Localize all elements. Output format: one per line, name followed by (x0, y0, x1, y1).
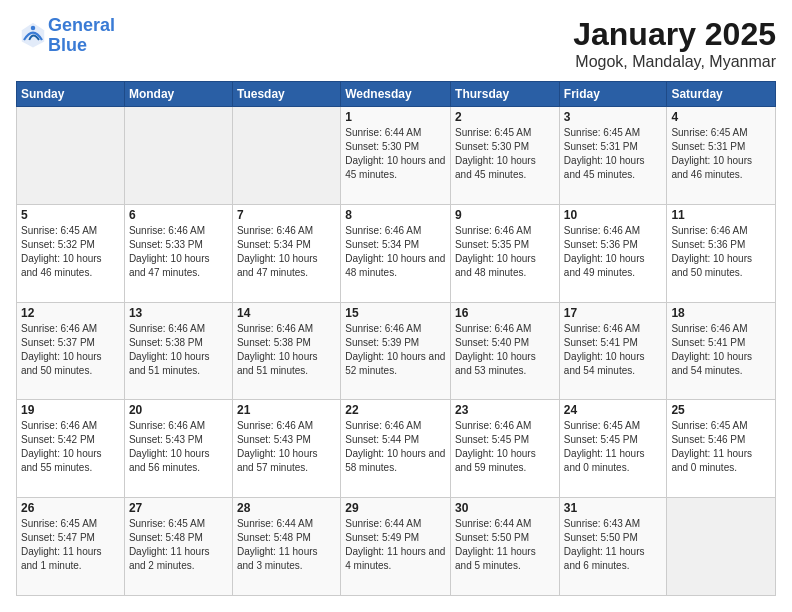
day-number: 27 (129, 501, 228, 515)
day-info: Sunrise: 6:46 AM Sunset: 5:35 PM Dayligh… (455, 224, 555, 280)
calendar-week-row: 5Sunrise: 6:45 AM Sunset: 5:32 PM Daylig… (17, 204, 776, 302)
day-info: Sunrise: 6:46 AM Sunset: 5:38 PM Dayligh… (129, 322, 228, 378)
calendar-week-row: 1Sunrise: 6:44 AM Sunset: 5:30 PM Daylig… (17, 107, 776, 205)
calendar-cell: 12Sunrise: 6:46 AM Sunset: 5:37 PM Dayli… (17, 302, 125, 400)
day-info: Sunrise: 6:45 AM Sunset: 5:30 PM Dayligh… (455, 126, 555, 182)
day-info: Sunrise: 6:44 AM Sunset: 5:30 PM Dayligh… (345, 126, 446, 182)
day-info: Sunrise: 6:45 AM Sunset: 5:32 PM Dayligh… (21, 224, 120, 280)
day-info: Sunrise: 6:46 AM Sunset: 5:34 PM Dayligh… (345, 224, 446, 280)
day-number: 3 (564, 110, 663, 124)
calendar-cell: 2Sunrise: 6:45 AM Sunset: 5:30 PM Daylig… (451, 107, 560, 205)
day-number: 19 (21, 403, 120, 417)
day-info: Sunrise: 6:45 AM Sunset: 5:31 PM Dayligh… (671, 126, 771, 182)
calendar-cell: 30Sunrise: 6:44 AM Sunset: 5:50 PM Dayli… (451, 498, 560, 596)
day-number: 31 (564, 501, 663, 515)
day-number: 28 (237, 501, 336, 515)
calendar-cell: 20Sunrise: 6:46 AM Sunset: 5:43 PM Dayli… (124, 400, 232, 498)
day-info: Sunrise: 6:45 AM Sunset: 5:45 PM Dayligh… (564, 419, 663, 475)
calendar-week-row: 12Sunrise: 6:46 AM Sunset: 5:37 PM Dayli… (17, 302, 776, 400)
col-header-tuesday: Tuesday (232, 82, 340, 107)
day-info: Sunrise: 6:46 AM Sunset: 5:36 PM Dayligh… (564, 224, 663, 280)
day-number: 20 (129, 403, 228, 417)
sub-title: Mogok, Mandalay, Myanmar (573, 53, 776, 71)
calendar-cell: 25Sunrise: 6:45 AM Sunset: 5:46 PM Dayli… (667, 400, 776, 498)
day-number: 7 (237, 208, 336, 222)
day-info: Sunrise: 6:46 AM Sunset: 5:38 PM Dayligh… (237, 322, 336, 378)
calendar-cell: 1Sunrise: 6:44 AM Sunset: 5:30 PM Daylig… (341, 107, 451, 205)
day-info: Sunrise: 6:46 AM Sunset: 5:42 PM Dayligh… (21, 419, 120, 475)
day-number: 1 (345, 110, 446, 124)
logo-text: General Blue (48, 16, 115, 56)
day-number: 23 (455, 403, 555, 417)
day-number: 12 (21, 306, 120, 320)
calendar-cell: 26Sunrise: 6:45 AM Sunset: 5:47 PM Dayli… (17, 498, 125, 596)
day-info: Sunrise: 6:45 AM Sunset: 5:48 PM Dayligh… (129, 517, 228, 573)
calendar-cell: 18Sunrise: 6:46 AM Sunset: 5:41 PM Dayli… (667, 302, 776, 400)
day-info: Sunrise: 6:45 AM Sunset: 5:46 PM Dayligh… (671, 419, 771, 475)
day-info: Sunrise: 6:46 AM Sunset: 5:36 PM Dayligh… (671, 224, 771, 280)
calendar-cell (17, 107, 125, 205)
calendar-cell: 23Sunrise: 6:46 AM Sunset: 5:45 PM Dayli… (451, 400, 560, 498)
calendar-cell: 22Sunrise: 6:46 AM Sunset: 5:44 PM Dayli… (341, 400, 451, 498)
main-title: January 2025 (573, 16, 776, 53)
calendar-cell: 5Sunrise: 6:45 AM Sunset: 5:32 PM Daylig… (17, 204, 125, 302)
col-header-wednesday: Wednesday (341, 82, 451, 107)
day-info: Sunrise: 6:46 AM Sunset: 5:43 PM Dayligh… (237, 419, 336, 475)
calendar-header-row: SundayMondayTuesdayWednesdayThursdayFrid… (17, 82, 776, 107)
calendar-cell (667, 498, 776, 596)
day-info: Sunrise: 6:46 AM Sunset: 5:45 PM Dayligh… (455, 419, 555, 475)
day-info: Sunrise: 6:44 AM Sunset: 5:49 PM Dayligh… (345, 517, 446, 573)
calendar-cell: 3Sunrise: 6:45 AM Sunset: 5:31 PM Daylig… (559, 107, 667, 205)
col-header-sunday: Sunday (17, 82, 125, 107)
title-block: January 2025 Mogok, Mandalay, Myanmar (573, 16, 776, 71)
page: General Blue January 2025 Mogok, Mandala… (0, 0, 792, 612)
calendar-cell: 29Sunrise: 6:44 AM Sunset: 5:49 PM Dayli… (341, 498, 451, 596)
calendar-cell: 4Sunrise: 6:45 AM Sunset: 5:31 PM Daylig… (667, 107, 776, 205)
calendar-cell: 9Sunrise: 6:46 AM Sunset: 5:35 PM Daylig… (451, 204, 560, 302)
day-number: 10 (564, 208, 663, 222)
calendar-cell: 16Sunrise: 6:46 AM Sunset: 5:40 PM Dayli… (451, 302, 560, 400)
calendar-cell: 6Sunrise: 6:46 AM Sunset: 5:33 PM Daylig… (124, 204, 232, 302)
day-number: 15 (345, 306, 446, 320)
day-info: Sunrise: 6:44 AM Sunset: 5:48 PM Dayligh… (237, 517, 336, 573)
day-number: 11 (671, 208, 771, 222)
day-number: 4 (671, 110, 771, 124)
svg-point-1 (31, 26, 36, 31)
day-number: 29 (345, 501, 446, 515)
day-number: 5 (21, 208, 120, 222)
col-header-friday: Friday (559, 82, 667, 107)
calendar-cell: 21Sunrise: 6:46 AM Sunset: 5:43 PM Dayli… (232, 400, 340, 498)
day-number: 8 (345, 208, 446, 222)
day-number: 30 (455, 501, 555, 515)
calendar-week-row: 19Sunrise: 6:46 AM Sunset: 5:42 PM Dayli… (17, 400, 776, 498)
calendar-cell: 15Sunrise: 6:46 AM Sunset: 5:39 PM Dayli… (341, 302, 451, 400)
calendar-cell: 7Sunrise: 6:46 AM Sunset: 5:34 PM Daylig… (232, 204, 340, 302)
calendar-cell: 8Sunrise: 6:46 AM Sunset: 5:34 PM Daylig… (341, 204, 451, 302)
day-number: 21 (237, 403, 336, 417)
calendar-cell: 10Sunrise: 6:46 AM Sunset: 5:36 PM Dayli… (559, 204, 667, 302)
calendar-cell: 17Sunrise: 6:46 AM Sunset: 5:41 PM Dayli… (559, 302, 667, 400)
day-number: 13 (129, 306, 228, 320)
day-info: Sunrise: 6:46 AM Sunset: 5:41 PM Dayligh… (564, 322, 663, 378)
day-number: 14 (237, 306, 336, 320)
calendar-cell: 31Sunrise: 6:43 AM Sunset: 5:50 PM Dayli… (559, 498, 667, 596)
day-info: Sunrise: 6:45 AM Sunset: 5:47 PM Dayligh… (21, 517, 120, 573)
day-info: Sunrise: 6:46 AM Sunset: 5:43 PM Dayligh… (129, 419, 228, 475)
calendar-week-row: 26Sunrise: 6:45 AM Sunset: 5:47 PM Dayli… (17, 498, 776, 596)
day-number: 17 (564, 306, 663, 320)
calendar-cell: 27Sunrise: 6:45 AM Sunset: 5:48 PM Dayli… (124, 498, 232, 596)
day-number: 2 (455, 110, 555, 124)
day-info: Sunrise: 6:46 AM Sunset: 5:34 PM Dayligh… (237, 224, 336, 280)
day-number: 26 (21, 501, 120, 515)
col-header-thursday: Thursday (451, 82, 560, 107)
day-info: Sunrise: 6:44 AM Sunset: 5:50 PM Dayligh… (455, 517, 555, 573)
day-number: 24 (564, 403, 663, 417)
logo: General Blue (16, 16, 115, 56)
calendar-cell: 19Sunrise: 6:46 AM Sunset: 5:42 PM Dayli… (17, 400, 125, 498)
day-info: Sunrise: 6:43 AM Sunset: 5:50 PM Dayligh… (564, 517, 663, 573)
day-info: Sunrise: 6:46 AM Sunset: 5:40 PM Dayligh… (455, 322, 555, 378)
calendar-table: SundayMondayTuesdayWednesdayThursdayFrid… (16, 81, 776, 596)
day-number: 22 (345, 403, 446, 417)
calendar-cell: 14Sunrise: 6:46 AM Sunset: 5:38 PM Dayli… (232, 302, 340, 400)
calendar-cell: 28Sunrise: 6:44 AM Sunset: 5:48 PM Dayli… (232, 498, 340, 596)
